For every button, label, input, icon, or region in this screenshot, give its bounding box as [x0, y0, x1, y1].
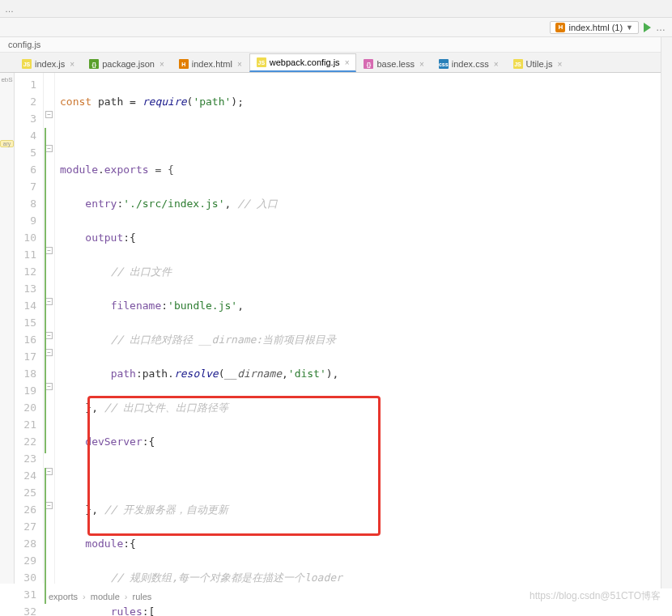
file-icon: css — [439, 59, 449, 69]
run-button[interactable] — [644, 23, 651, 32]
line-gutter: 1234567891011121314151617181920212223242… — [15, 73, 44, 584]
breadcrumb-item[interactable]: rules — [133, 592, 152, 601]
fold-strip: − − − − − − − − − — [44, 73, 55, 584]
tab-label: index.js — [35, 59, 65, 69]
scrollbar[interactable] — [661, 37, 672, 588]
change-marker — [45, 128, 46, 453]
code-area[interactable]: const path = require('path'); module.exp… — [55, 73, 672, 584]
toolbar: H index.html (1) ▼ … — [0, 18, 672, 37]
tab-context-path: config.js — [0, 37, 672, 53]
tab-package-json[interactable]: {}package.json× — [82, 55, 172, 72]
watermark: https://blog.csdn@51CTO博客 — [530, 589, 661, 603]
breadcrumb[interactable]: exports›module›rules — [49, 592, 151, 601]
fold-icon[interactable]: − — [45, 111, 53, 118]
close-icon[interactable]: × — [558, 60, 563, 69]
tab-index-css[interactable]: cssindex.css× — [432, 55, 506, 72]
fold-icon[interactable]: − — [45, 145, 53, 152]
file-icon: {} — [364, 59, 373, 69]
change-marker — [45, 468, 46, 604]
tab-index-js[interactable]: JSindex.js× — [15, 55, 82, 72]
file-icon: {} — [89, 59, 99, 69]
tab-Utile-js[interactable]: JSUtile.js× — [506, 55, 570, 72]
tab-label: Utile.js — [526, 59, 553, 69]
tab-label: base.less — [376, 59, 414, 69]
tab-webpack-config-js[interactable]: JSwebpack.config.js× — [249, 53, 357, 72]
fold-icon[interactable]: − — [45, 502, 53, 509]
toolbar-more-icon[interactable]: … — [656, 22, 666, 33]
chevron-down-icon: ▼ — [626, 23, 633, 32]
tab-label: index.css — [452, 59, 489, 69]
tab-index-html[interactable]: Hindex.html× — [172, 55, 249, 72]
file-icon: JS — [22, 59, 32, 69]
fold-icon[interactable]: − — [45, 383, 53, 390]
menu-bar[interactable]: … — [0, 0, 672, 18]
fold-icon[interactable]: − — [45, 247, 53, 254]
file-icon: H — [179, 59, 189, 69]
close-icon[interactable]: × — [159, 60, 164, 69]
close-icon[interactable]: × — [494, 60, 499, 69]
fold-icon[interactable]: − — [45, 298, 53, 305]
tab-label: package.json — [102, 59, 155, 69]
file-icon: JS — [513, 59, 523, 69]
run-config-selector[interactable]: H index.html (1) ▼ — [550, 21, 639, 34]
close-icon[interactable]: × — [237, 60, 242, 69]
fold-icon[interactable]: − — [45, 468, 53, 475]
file-icon: JS — [257, 57, 266, 67]
editor: ebS ary 12345678910111213141516171819202… — [0, 73, 672, 584]
fold-icon[interactable]: − — [45, 332, 53, 339]
close-icon[interactable]: × — [345, 58, 350, 67]
editor-tabs: JSindex.js×{}package.json×Hindex.html×JS… — [0, 53, 672, 73]
side-strip: ebS ary — [0, 73, 15, 584]
tab-label: index.html — [192, 59, 232, 69]
close-icon[interactable]: × — [70, 60, 74, 69]
close-icon[interactable]: × — [419, 60, 424, 69]
tab-label: webpack.config.js — [270, 57, 340, 67]
breadcrumb-item[interactable]: exports — [49, 592, 78, 601]
breadcrumb-item[interactable]: module — [91, 592, 120, 601]
tab-base-less[interactable]: {}base.less× — [356, 55, 431, 72]
html-icon: H — [555, 23, 565, 32]
run-config-label: index.html (1) — [568, 23, 623, 32]
fold-icon[interactable]: − — [45, 349, 53, 356]
